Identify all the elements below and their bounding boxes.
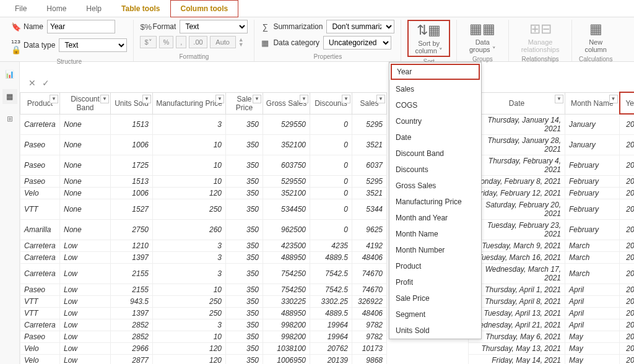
- table-row[interactable]: VTTLow943.52503503302253302.25326922Thur…: [20, 295, 635, 307]
- cell: 330225: [263, 295, 310, 307]
- filter-caret-icon[interactable]: ▼: [253, 95, 261, 103]
- cell: 962500: [263, 219, 310, 240]
- data-groups-button[interactable]: ▦▦ Datagroups ˅: [463, 20, 502, 54]
- report-view-icon[interactable]: 📊: [2, 67, 17, 82]
- column-header[interactable]: Manufacturing Price▼: [153, 92, 226, 114]
- table-row[interactable]: PaseoNone15131035052955005295Monday, Feb…: [20, 175, 635, 187]
- table-row[interactable]: PaseoLow285210350998200199649782Thursday…: [20, 331, 635, 342]
- category-icon: ▦: [261, 38, 269, 48]
- summarization-select[interactable]: Don't summarize: [326, 20, 394, 33]
- filter-caret-icon[interactable]: ▼: [50, 95, 58, 103]
- column-header[interactable]: Sale Price▼: [226, 92, 263, 114]
- column-header[interactable]: Month Name▼: [565, 92, 620, 114]
- tab-file[interactable]: File: [5, 0, 37, 17]
- percent-button[interactable]: %: [159, 36, 174, 48]
- cell: February: [565, 199, 620, 219]
- filter-caret-icon[interactable]: ▼: [342, 95, 350, 103]
- cell: VTT: [20, 199, 60, 219]
- cell: 529550: [263, 175, 310, 187]
- sort-menu-item[interactable]: Sales: [389, 81, 481, 97]
- commit-icon[interactable]: ✓: [42, 78, 50, 88]
- table-row[interactable]: VTTLow13972503504889504889.548406Tuesday…: [20, 307, 635, 319]
- sort-menu-item[interactable]: Gross Sales: [389, 178, 481, 194]
- filter-caret-icon[interactable]: ▼: [100, 95, 109, 103]
- sort-menu-item[interactable]: Date: [389, 129, 481, 145]
- sort-menu-item[interactable]: COGS: [389, 97, 481, 113]
- column-header[interactable]: Sales▼: [352, 92, 387, 114]
- filter-caret-icon[interactable]: ▼: [142, 95, 151, 103]
- filter-caret-icon[interactable]: ▼: [300, 95, 308, 103]
- column-header[interactable]: Product▼: [20, 92, 60, 114]
- cell: 2021: [620, 134, 635, 155]
- table-row[interactable]: CarreteraLow28523350998200199649782Wedne…: [20, 319, 635, 331]
- table-row[interactable]: AmarillaNone275026035096250009625Tuesday…: [20, 219, 635, 240]
- sort-menu-item[interactable]: Discount Band: [389, 145, 481, 162]
- cell: 352100: [263, 134, 310, 155]
- column-header[interactable]: Gross Sales▼: [263, 92, 310, 114]
- cell: 350: [226, 251, 263, 263]
- table-row[interactable]: VTTNone152725035053445005344Saturday, Fe…: [20, 199, 635, 219]
- table-row[interactable]: VeloLow28771203501006950201399868Friday,…: [20, 354, 635, 364]
- data-view-icon[interactable]: ▦: [2, 89, 17, 104]
- column-header[interactable]: Units Sold▼: [111, 92, 153, 114]
- filter-caret-icon[interactable]: ▼: [555, 95, 563, 103]
- cell: 2021: [620, 175, 635, 187]
- tab-table-tools[interactable]: Table tools: [111, 0, 170, 17]
- sort-menu-item[interactable]: Month Name: [389, 226, 481, 242]
- datacategory-select[interactable]: Uncategorized: [323, 36, 391, 50]
- decimals-auto-spinner[interactable]: Auto: [210, 36, 236, 48]
- cell: 10: [153, 331, 226, 342]
- manage-relationships-button[interactable]: ⊞⊟ Managerelationships: [515, 20, 566, 54]
- currency-button[interactable]: $ ˅: [140, 36, 156, 48]
- cell: 352100: [263, 187, 310, 199]
- cell: 9782: [352, 319, 387, 331]
- filter-caret-icon[interactable]: ▼: [609, 95, 618, 103]
- cancel-icon[interactable]: ✕: [28, 78, 36, 88]
- table-row[interactable]: CarreteraLow215533507542507542.574670Wed…: [20, 263, 635, 284]
- column-header[interactable]: Discounts▼: [310, 92, 352, 114]
- table-row[interactable]: VeloLow296612035010381002076210173Thursd…: [20, 342, 635, 354]
- thousands-button[interactable]: ,: [176, 36, 186, 48]
- tab-help[interactable]: Help: [76, 0, 111, 17]
- sort-menu-item[interactable]: Country: [389, 113, 481, 129]
- datatype-select[interactable]: Text: [59, 38, 127, 52]
- sort-menu-item[interactable]: Segment: [389, 306, 481, 323]
- cell: 350: [226, 134, 263, 155]
- sort-menu-item[interactable]: Profit: [389, 274, 481, 290]
- summarization-label: Summarization: [273, 22, 323, 31]
- table-row[interactable]: CarreteraLow1210335042350042354192Tuesda…: [20, 240, 635, 251]
- sort-by-column-button[interactable]: ⇅▦ Sort bycolumn ˅: [407, 20, 450, 57]
- table-row[interactable]: CarreteraNone1513335052955005295Thursday…: [20, 114, 635, 134]
- model-view-icon[interactable]: ⊞: [2, 111, 17, 126]
- column-header[interactable]: Discount Band▼: [60, 92, 111, 114]
- cell: April: [565, 319, 620, 331]
- sort-menu-item[interactable]: Month Number: [389, 242, 481, 258]
- sort-menu-item[interactable]: Product: [389, 258, 481, 274]
- tab-home[interactable]: Home: [37, 0, 76, 17]
- spinner-arrows-icon[interactable]: ▲▼: [238, 37, 244, 47]
- sort-menu-item[interactable]: Year: [391, 64, 480, 80]
- cell: 2021: [620, 114, 635, 134]
- table-row[interactable]: VeloNone100612035035210003521Friday, Feb…: [20, 187, 635, 199]
- sort-menu-item[interactable]: Month and Year: [389, 210, 481, 226]
- column-header[interactable]: Year▼: [620, 92, 635, 114]
- cell: 19964: [310, 331, 352, 342]
- filter-caret-icon[interactable]: ▼: [215, 95, 224, 103]
- table-row[interactable]: PaseoNone10061035035210003521Thursday, J…: [20, 134, 635, 155]
- filter-caret-icon[interactable]: ▼: [376, 95, 385, 103]
- relationships-icon: ⊞⊟: [529, 21, 552, 37]
- tab-column-tools[interactable]: Column tools: [170, 0, 239, 17]
- sort-menu-item[interactable]: Sale Price: [389, 290, 481, 306]
- sort-menu-item[interactable]: Manufacturing Price: [389, 194, 481, 210]
- sort-menu-item[interactable]: Units Sold: [389, 323, 481, 339]
- sort-menu-item[interactable]: Discounts: [389, 162, 481, 178]
- column-header[interactable]: Date▼: [469, 92, 565, 114]
- cell: 350: [226, 295, 263, 307]
- name-label: Name: [24, 22, 43, 31]
- format-select[interactable]: Text: [180, 20, 248, 33]
- column-name-input[interactable]: [47, 20, 115, 33]
- table-row[interactable]: CarreteraLow139733504889504889.548406Tue…: [20, 251, 635, 263]
- table-row[interactable]: PaseoNone17251035060375006037Thursday, F…: [20, 155, 635, 175]
- table-row[interactable]: PaseoLow2155103507542507542.574670Thursd…: [20, 284, 635, 295]
- new-column-button[interactable]: ▦ Newcolumn: [578, 20, 612, 54]
